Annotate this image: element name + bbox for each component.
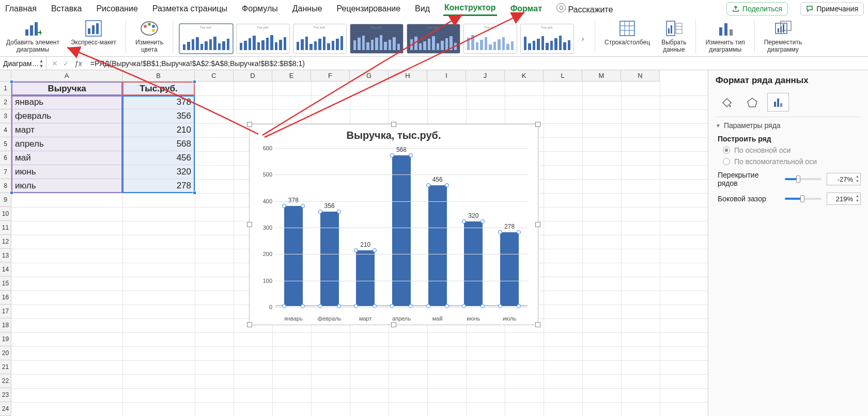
- row-header-6[interactable]: 6: [0, 151, 11, 165]
- col-header-H[interactable]: H: [389, 70, 427, 81]
- comments-button[interactable]: Примечания: [800, 2, 864, 15]
- more-styles-button[interactable]: ›: [577, 35, 588, 43]
- row-header-16[interactable]: 16: [0, 291, 11, 305]
- select-all-corner[interactable]: [0, 70, 11, 81]
- menu-рисование[interactable]: Рисование: [95, 2, 139, 15]
- chart-styles-gallery[interactable]: Тыс.руб.Тыс.руб.Тыс.руб.Тыс.руб.Тыс.руб.…: [179, 18, 588, 56]
- row-header-22[interactable]: 22: [0, 374, 11, 388]
- cell-A4[interactable]: март: [11, 123, 122, 137]
- col-header-G[interactable]: G: [350, 70, 389, 81]
- gap-width-input[interactable]: 219%: [827, 193, 861, 205]
- tell-me[interactable]: Расскажите: [555, 1, 614, 17]
- row-header-23[interactable]: 23: [0, 388, 11, 402]
- col-header-F[interactable]: F: [311, 70, 350, 81]
- row-header-5[interactable]: 5: [0, 137, 11, 151]
- cell-B5[interactable]: 568: [122, 137, 195, 151]
- cell-A8[interactable]: июль: [11, 179, 122, 193]
- row-header-20[interactable]: 20: [0, 346, 11, 360]
- col-header-A[interactable]: A: [11, 70, 122, 81]
- share-button[interactable]: Поделиться: [726, 2, 788, 15]
- secondary-axis-radio[interactable]: По вспомогательной оси: [723, 157, 861, 166]
- cell-B1[interactable]: Тыс.руб.: [122, 82, 195, 95]
- quick-layout-button[interactable]: Экспресс-макет: [68, 18, 119, 56]
- row-header-10[interactable]: 10: [0, 207, 11, 221]
- bar-февраль[interactable]: 356: [320, 212, 339, 306]
- row-header-4[interactable]: 4: [0, 123, 11, 137]
- row-header-11[interactable]: 11: [0, 221, 11, 235]
- bar-март[interactable]: 210: [356, 250, 375, 306]
- row-header-2[interactable]: 2: [0, 95, 11, 109]
- cell-grid[interactable]: ВыручкаТыс.руб.январь378февраль356март21…: [11, 82, 708, 416]
- row-header-13[interactable]: 13: [0, 249, 11, 263]
- chart-style-3[interactable]: Тыс.руб.: [293, 24, 347, 54]
- chart-style-2[interactable]: Тыс.руб.: [236, 24, 290, 54]
- row-header-12[interactable]: 12: [0, 235, 11, 249]
- col-header-M[interactable]: M: [582, 70, 621, 81]
- row-header-9[interactable]: 9: [0, 193, 11, 207]
- menu-конструктор[interactable]: Конструктор: [443, 1, 497, 16]
- menu-формат[interactable]: Формат: [509, 2, 543, 15]
- menu-разметка страницы[interactable]: Разметка страницы: [151, 2, 228, 15]
- cell-B4[interactable]: 210: [122, 123, 195, 137]
- col-header-N[interactable]: N: [621, 70, 660, 81]
- row-header-24[interactable]: 24: [0, 402, 11, 416]
- effects-tab[interactable]: [741, 93, 763, 111]
- menu-данные[interactable]: Данные: [291, 2, 323, 15]
- select-data-button[interactable]: Выбрать данные: [658, 18, 689, 56]
- worksheet[interactable]: ABCDEFGHIJKLMN 1234567891011121314151617…: [0, 70, 708, 416]
- cell-A5[interactable]: апрель: [11, 137, 122, 151]
- row-header-17[interactable]: 17: [0, 305, 11, 318]
- cancel-icon[interactable]: ✕: [52, 59, 58, 68]
- row-header-21[interactable]: 21: [0, 360, 11, 374]
- menu-вставка[interactable]: Вставка: [50, 2, 83, 15]
- chart-style-5[interactable]: Тыс.руб.: [407, 24, 460, 54]
- chart-plot-area[interactable]: 378356210568456320278 010020030040050060…: [275, 148, 528, 306]
- row-headers[interactable]: 1234567891011121314151617181920212223242…: [0, 82, 11, 416]
- gap-width-slider[interactable]: [785, 198, 822, 200]
- cell-A1[interactable]: Выручка: [11, 82, 122, 95]
- bar-январь[interactable]: 378: [284, 206, 303, 306]
- cell-B2[interactable]: 378: [122, 95, 195, 109]
- bar-июль[interactable]: 278: [500, 232, 519, 306]
- row-header-1[interactable]: 1: [0, 82, 11, 95]
- row-header-15[interactable]: 15: [0, 277, 11, 291]
- col-header-C[interactable]: C: [195, 70, 234, 81]
- move-chart-button[interactable]: Переместить диаграмму: [761, 18, 805, 56]
- add-chart-element-button[interactable]: Добавить элемент диаграммы: [3, 18, 63, 56]
- name-box[interactable]: Диаграм… ▲▼: [0, 57, 47, 70]
- row-header-7[interactable]: 7: [0, 165, 11, 179]
- col-header-L[interactable]: L: [544, 70, 582, 81]
- cell-B8[interactable]: 278: [122, 179, 195, 193]
- bar-май[interactable]: 456: [428, 185, 447, 306]
- column-headers[interactable]: ABCDEFGHIJKLMN: [0, 70, 660, 82]
- cell-A2[interactable]: январь: [11, 95, 122, 109]
- switch-row-column-button[interactable]: Строка/столбец: [601, 18, 653, 56]
- cell-B7[interactable]: 320: [122, 165, 195, 179]
- row-header-3[interactable]: 3: [0, 109, 11, 123]
- chart-style-4[interactable]: Тыс.руб.: [350, 24, 404, 54]
- cell-A3[interactable]: февраль: [11, 109, 122, 123]
- fill-tab[interactable]: [716, 93, 737, 111]
- fx-icon[interactable]: ƒx: [74, 59, 82, 68]
- accept-icon[interactable]: ✓: [63, 59, 69, 68]
- embedded-chart[interactable]: Выручка, тыс.руб. 378356210568456320278 …: [249, 124, 538, 325]
- cell-A6[interactable]: май: [11, 151, 122, 165]
- col-header-J[interactable]: J: [466, 70, 505, 81]
- bar-июнь[interactable]: 320: [464, 221, 483, 306]
- primary-axis-radio[interactable]: По основной оси: [723, 146, 861, 154]
- formula-input[interactable]: =РЯД(Выручка!$B$1;Выручка!$A$2:$A$8;Выру…: [87, 59, 868, 68]
- col-header-I[interactable]: I: [427, 70, 466, 81]
- menu-формулы[interactable]: Формулы: [241, 2, 279, 15]
- menu-вид[interactable]: Вид: [414, 2, 431, 15]
- col-header-D[interactable]: D: [234, 70, 272, 81]
- cell-B3[interactable]: 356: [122, 109, 195, 123]
- col-header-B[interactable]: B: [122, 70, 195, 81]
- change-colors-button[interactable]: Изменить цвета: [132, 18, 166, 56]
- series-overlap-input[interactable]: -27%: [827, 173, 861, 185]
- menu-рецензирование[interactable]: Рецензирование: [336, 2, 402, 15]
- chart-style-1[interactable]: Тыс.руб.: [179, 24, 233, 54]
- series-overlap-slider[interactable]: [785, 178, 822, 180]
- row-header-19[interactable]: 19: [0, 332, 11, 346]
- change-chart-type-button[interactable]: Изменить тип диаграммы: [702, 18, 748, 56]
- bar-апрель[interactable]: 568: [392, 155, 411, 306]
